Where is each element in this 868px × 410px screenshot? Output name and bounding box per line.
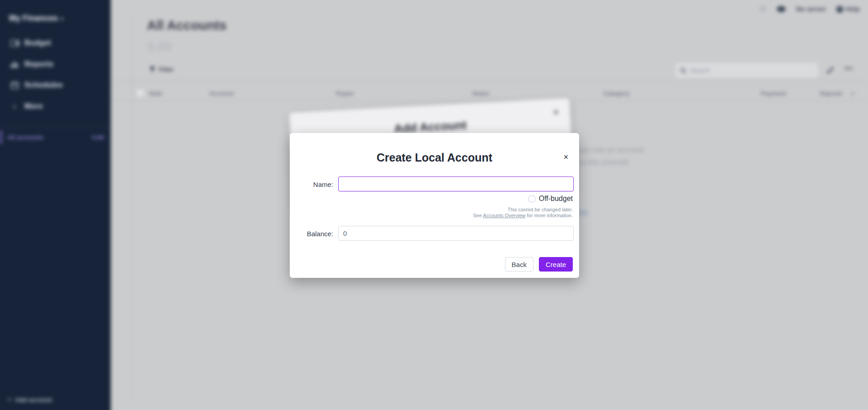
budget-name-menu[interactable]: My Finances▾ bbox=[9, 14, 63, 23]
gear-icon[interactable]: ⚙ bbox=[759, 5, 766, 14]
help-button[interactable]: ? Help bbox=[836, 5, 860, 13]
all-accounts-label: All accounts bbox=[7, 134, 43, 141]
back-button[interactable]: Back bbox=[505, 257, 533, 272]
plus-icon: + bbox=[7, 396, 11, 404]
bar-chart-icon bbox=[10, 60, 19, 69]
collapse-view-icon[interactable] bbox=[826, 67, 834, 74]
transactions-table-header: Date Account Payee Notes Category Paymen… bbox=[111, 86, 868, 101]
offbudget-label: Off-budget bbox=[539, 195, 573, 203]
active-indicator bbox=[0, 130, 2, 144]
empty-state-text-fragment: can link an account bbox=[578, 146, 644, 155]
account-name-input[interactable] bbox=[338, 176, 574, 191]
calendar-icon bbox=[10, 81, 19, 90]
close-icon[interactable]: × bbox=[553, 108, 558, 117]
offbudget-helper-line1: This cannot be changed later. bbox=[508, 207, 573, 213]
helper-see: See bbox=[473, 213, 483, 218]
offbudget-helper-line2: See Accounts Overview for more informati… bbox=[473, 213, 573, 219]
sidebar-item-label: Reports bbox=[24, 60, 53, 69]
modal-button-row: Back Create bbox=[505, 257, 573, 272]
balance-input[interactable] bbox=[338, 226, 574, 241]
sidebar-item-budget[interactable]: Budget bbox=[0, 35, 111, 51]
empty-state-text-fragment: locally yourself. bbox=[578, 158, 630, 167]
content-panel-edge bbox=[132, 14, 133, 399]
column-deposit: Deposit bbox=[811, 90, 842, 97]
column-payment: Payment bbox=[718, 90, 786, 97]
accounts-overview-link[interactable]: Accounts Overview bbox=[483, 213, 525, 218]
sidebar-item-reports[interactable]: Reports bbox=[0, 56, 111, 72]
search-box bbox=[675, 63, 818, 78]
sidebar-item-label: Budget bbox=[24, 38, 51, 48]
column-category: Category bbox=[603, 90, 630, 97]
add-account-label: Add account bbox=[15, 396, 52, 403]
offbudget-row: Off-budget bbox=[528, 195, 573, 203]
column-payee: Payee bbox=[336, 90, 354, 97]
filter-label: Filter bbox=[159, 66, 174, 73]
caret-down-icon: ▾ bbox=[61, 16, 63, 22]
wallet-icon bbox=[10, 38, 19, 48]
add-account-button[interactable]: + Add account bbox=[7, 396, 52, 404]
app-window: My Finances▾ Budget Reports Schedules bbox=[0, 0, 868, 410]
balance-field-label: Balance: bbox=[290, 230, 333, 238]
name-field-label: Name: bbox=[290, 181, 333, 188]
all-accounts-balance: 0.00 bbox=[92, 134, 104, 141]
sidebar-divider bbox=[0, 128, 111, 128]
column-account: Account bbox=[209, 90, 234, 97]
column-date: Date bbox=[149, 90, 162, 97]
modal-title: Create Local Account bbox=[290, 151, 579, 164]
sidebar-item-schedules[interactable]: Schedules bbox=[0, 77, 111, 93]
more-options-icon[interactable]: ••• bbox=[844, 64, 853, 72]
question-icon: ? bbox=[836, 6, 843, 13]
page-balance: 0.00 bbox=[148, 40, 172, 54]
create-button[interactable]: Create bbox=[539, 257, 573, 272]
sidebar-item-more[interactable]: › More bbox=[0, 98, 111, 114]
close-icon[interactable]: × bbox=[563, 153, 568, 161]
create-local-account-modal: Create Local Account × Name: Off-budget … bbox=[290, 133, 579, 278]
toolbar-divider bbox=[111, 81, 868, 81]
privacy-eye-icon[interactable] bbox=[776, 6, 786, 12]
search-icon bbox=[680, 67, 686, 74]
offbudget-checkbox[interactable] bbox=[528, 195, 535, 202]
sidebar-item-label: More bbox=[24, 102, 43, 111]
sidebar-item-all-accounts[interactable]: All accounts 0.00 bbox=[0, 130, 111, 144]
server-status-button[interactable]: No server bbox=[796, 5, 826, 13]
helper-suffix: for more information. bbox=[525, 213, 573, 218]
page-title: All Accounts bbox=[147, 18, 226, 33]
chevron-right-icon: › bbox=[10, 102, 19, 111]
budget-name-label: My Finances bbox=[9, 14, 58, 23]
column-notes: Notes bbox=[472, 90, 490, 97]
help-label: Help bbox=[846, 5, 860, 13]
filter-button[interactable]: Filter bbox=[149, 66, 174, 73]
search-input[interactable] bbox=[690, 67, 814, 74]
topbar: ⚙ No server ? Help bbox=[759, 3, 860, 15]
sidebar-item-label: Schedules bbox=[24, 81, 63, 90]
filter-icon bbox=[149, 67, 156, 72]
check-icon: ✓ bbox=[850, 90, 855, 97]
